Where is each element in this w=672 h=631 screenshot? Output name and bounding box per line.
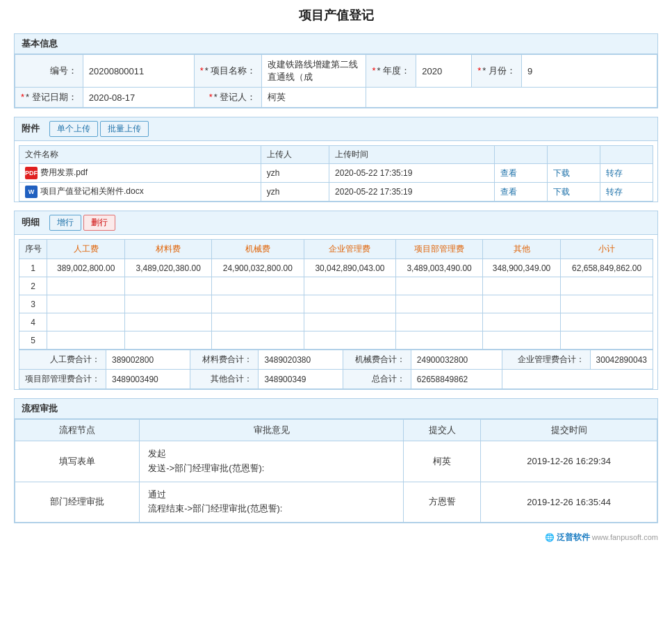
detail-row-0: 1389,002,800.003,489,020,380.0024,900,03… [19, 259, 653, 277]
detail-cell-0-7: 62,658,849,862.00 [561, 259, 653, 277]
project-sum-label: 项目部管理费合计： [19, 370, 106, 389]
detail-cell-2-5 [396, 295, 483, 313]
enterprise-sum-label: 企业管理费合计： [502, 350, 590, 370]
detail-cell-4-2 [125, 331, 212, 350]
material-sum-value: 3489020380 [259, 350, 343, 370]
detail-col-1: 人工费 [47, 240, 125, 259]
month-value: 9 [521, 55, 657, 88]
website: www.fanpusoft.com [592, 533, 658, 541]
view-link-0[interactable]: 查看 [500, 168, 517, 178]
footer: 🌐 泛普软件 www.fanpusoft.com [14, 532, 658, 543]
view-link-1[interactable]: 查看 [500, 187, 517, 197]
add-row-button[interactable]: 增行 [49, 215, 81, 231]
attach-uploader-0: yzh [261, 164, 329, 183]
detail-cell-0-0: 1 [19, 259, 47, 277]
attachment-header: 附件 单个上传 批量上传 [15, 117, 657, 141]
download-link-1[interactable]: 下载 [553, 187, 570, 197]
workflow-header: 流程审批 [15, 399, 657, 419]
machinery-sum-value: 24900032800 [411, 350, 502, 370]
basic-info-header: 基本信息 [15, 34, 657, 54]
workflow-table: 流程节点审批意见提交人提交时间 填写表单 发起发送->部门经理审批(范恩誓): … [15, 419, 657, 523]
project-name-label: ** 项目名称： [194, 55, 262, 88]
project-sum-value: 3489003490 [106, 370, 190, 389]
detail-cell-3-2 [125, 313, 212, 331]
detail-col-0: 序号 [19, 240, 47, 259]
code-value: 20200800011 [83, 55, 194, 88]
attach-time-0: 2020-05-22 17:35:19 [329, 164, 495, 183]
detail-col-5: 项目部管理费 [396, 240, 483, 259]
download-link-0[interactable]: 下载 [553, 168, 570, 178]
labor-sum-value: 389002800 [106, 350, 190, 370]
attach-col-transfer [600, 146, 653, 164]
transfer-link-0[interactable]: 转存 [606, 168, 623, 178]
month-label: ** 月份： [472, 55, 522, 88]
wf-node-0: 填写表单 [15, 441, 140, 482]
wf-signature-0: 柯英 [404, 441, 481, 482]
detail-cell-1-7 [561, 277, 653, 295]
enterprise-sum-value: 30042890043 [590, 350, 653, 370]
basic-info-section: 基本信息 编号： 20200800011 ** 项目名称： 改建铁路线增建第二线… [14, 33, 658, 108]
detail-cell-1-2 [125, 277, 212, 295]
attachment-table: 文件名称 上传人 上传时间 PDF费用发票.pdf yzh 2020-05-22… [19, 145, 653, 202]
wf-time-0: 2019-12-26 16:29:34 [481, 441, 657, 482]
basic-info-table: 编号： 20200800011 ** 项目名称： 改建铁路线增建第二线直通线（成… [15, 54, 657, 108]
detail-cell-4-3 [211, 331, 304, 350]
wf-time-1: 2019-12-26 16:35:44 [481, 482, 657, 523]
attach-col-uploader: 上传人 [261, 146, 329, 164]
summary-table: 人工费合计： 389002800 材料费合计： 3489020380 机械费合计… [19, 350, 653, 389]
detail-header: 明细 增行 删行 [15, 211, 657, 235]
batch-upload-button[interactable]: 批量上传 [100, 121, 149, 137]
detail-cell-2-3 [211, 295, 304, 313]
single-upload-button[interactable]: 单个上传 [49, 121, 98, 137]
wf-col-3: 提交时间 [481, 420, 657, 441]
detail-title: 明细 [22, 217, 40, 227]
detail-cell-4-7 [561, 331, 653, 350]
attach-filename-1: W项目产值登记相关附件.docx [19, 183, 261, 202]
attach-row-0: PDF费用发票.pdf yzh 2020-05-22 17:35:19 查看 下… [19, 164, 653, 183]
file-icon-1: W [25, 186, 38, 198]
attachment-section: 附件 单个上传 批量上传 文件名称 上传人 上传时间 PDF费用发票.pdf y… [14, 117, 658, 202]
wf-col-2: 提交人 [404, 420, 481, 441]
attach-col-download [548, 146, 600, 164]
detail-cell-2-2 [125, 295, 212, 313]
detail-cell-1-6 [482, 277, 560, 295]
detail-cell-2-6 [482, 295, 560, 313]
detail-cell-0-6: 348,900,349.00 [482, 259, 560, 277]
delete-row-button[interactable]: 删行 [83, 215, 115, 231]
detail-cell-1-4 [304, 277, 396, 295]
code-label: 编号： [15, 55, 83, 88]
detail-cell-4-6 [482, 331, 560, 350]
workflow-section: 流程审批 流程节点审批意见提交人提交时间 填写表单 发起发送->部门经理审批(范… [14, 398, 658, 523]
workflow-row-1: 部门经理审批 通过流程结束->部门经理审批(范恩誓): 方恩誓 2019-12-… [15, 482, 657, 523]
detail-cell-3-5 [396, 313, 483, 331]
detail-col-6: 其他 [482, 240, 560, 259]
transfer-link-1[interactable]: 转存 [606, 187, 623, 197]
detail-cell-3-1 [47, 313, 125, 331]
detail-cell-0-2: 3,489,020,380.00 [125, 259, 212, 277]
detail-cell-2-1 [47, 295, 125, 313]
attach-filename-0: PDF费用发票.pdf [19, 164, 261, 183]
detail-cell-3-0: 4 [19, 313, 47, 331]
detail-cell-1-1 [47, 277, 125, 295]
material-sum-label: 材料费合计： [190, 350, 259, 370]
detail-cell-3-4 [304, 313, 396, 331]
logo-icon: 🌐 [545, 533, 555, 541]
detail-section: 明细 增行 删行 序号人工费材料费机械费企业管理费项目部管理费其他小计 1389… [14, 211, 658, 390]
detail-cell-0-4: 30,042,890,043.00 [304, 259, 396, 277]
attachment-title: 附件 [22, 123, 40, 133]
wf-opinion-0: 发起发送->部门经理审批(范恩誓): [140, 441, 404, 482]
detail-row-3: 4 [19, 313, 653, 331]
year-value: 2020 [416, 55, 472, 88]
workflow-row-0: 填写表单 发起发送->部门经理审批(范恩誓): 柯英 2019-12-26 16… [15, 441, 657, 482]
detail-cell-0-5: 3,489,003,490.00 [396, 259, 483, 277]
project-name-value: 改建铁路线增建第二线直通线（成 [262, 55, 366, 88]
detail-cell-4-0: 5 [19, 331, 47, 350]
detail-cell-1-0: 2 [19, 277, 47, 295]
registrar-label: ** 登记人： [194, 88, 262, 108]
attach-col-time: 上传时间 [329, 146, 495, 164]
wf-node-1: 部门经理审批 [15, 482, 140, 523]
detail-cell-0-1: 389,002,800.00 [47, 259, 125, 277]
detail-cell-4-1 [47, 331, 125, 350]
logo-text: 泛普软件 [557, 532, 590, 542]
total-sum-label: 总合计： [343, 370, 411, 389]
